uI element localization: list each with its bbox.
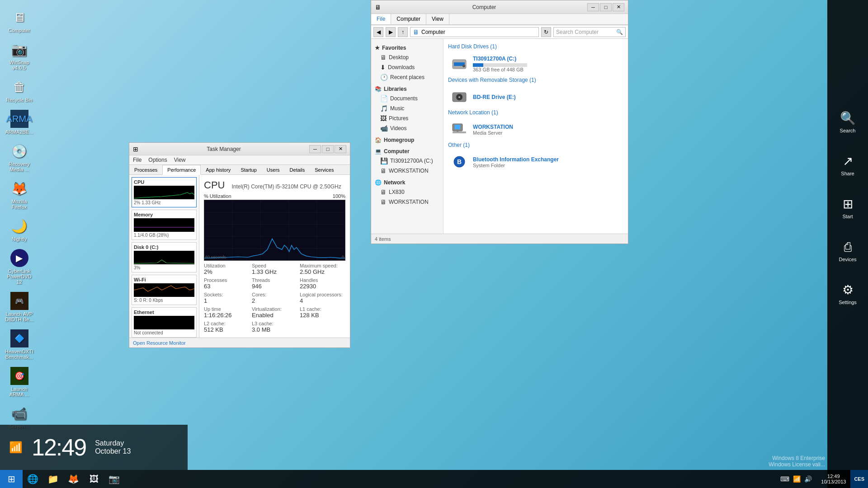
workstation-name: WORKSTATION (473, 124, 621, 130)
tm-minimize-button[interactable]: ─ (309, 145, 321, 153)
taskbar-clock[interactable]: 12:49 10/13/2013 (816, 474, 850, 484)
tm-wifi-item[interactable]: Wi-Fi S: 0 R: 0 Kbps (132, 275, 197, 305)
network-section-title[interactable]: Network Location (1) (448, 109, 623, 116)
charm-settings[interactable]: ⚙ Settings (830, 273, 866, 314)
tm-maximize-button[interactable]: □ (322, 145, 334, 153)
nav-item-downloads[interactable]: ⬇ Downloads (371, 62, 443, 72)
removable-section-title[interactable]: Devices with Removable Storage (1) (448, 77, 623, 83)
hdd-section-title[interactable]: Hard Disk Drives (1) (448, 43, 623, 50)
taskbar-capture[interactable]: 📷 (104, 470, 124, 488)
charm-share[interactable]: ↗ Share (830, 145, 866, 185)
taskbar-explorer[interactable]: 📁 (43, 470, 63, 488)
tm-close-button[interactable]: ✕ (335, 145, 346, 153)
taskbar-ie[interactable]: 🌐 (23, 470, 43, 488)
nav-computer-title[interactable]: 💻 Computer (371, 147, 443, 156)
taskbar-firefox[interactable]: 🦊 (63, 470, 84, 488)
tab-app-history[interactable]: App history (201, 165, 236, 174)
desktop-icon-recovery-media[interactable]: 💿 RecoveryMedia ... (2, 138, 36, 176)
network-tray-icon[interactable]: 📶 (793, 475, 801, 483)
bdre-item[interactable]: BD-RE Drive (E:) (448, 87, 623, 107)
address-path[interactable]: 🖥 Computer (410, 27, 539, 37)
charm-devices[interactable]: ⎙ Devices (830, 230, 866, 271)
ribbon-tab-file[interactable]: File (371, 14, 391, 24)
tab-performance[interactable]: Performance (162, 165, 201, 175)
back-button[interactable]: ◀ (373, 27, 383, 37)
task-manager-bottom[interactable]: Open Resource Monitor (129, 338, 350, 347)
nav-libraries-title[interactable]: 📚 Libraries (371, 84, 443, 94)
c-drive-detail: 363 GB free of 448 GB (473, 67, 621, 72)
nav-network-title[interactable]: 🌐 Network (371, 178, 443, 187)
desktop-icon-winsnap-label: WinSnapv4.0.5 (9, 60, 29, 70)
ribbon-tab-view[interactable]: View (426, 14, 449, 24)
tm-memory-item[interactable]: Memory 1.1/4.0 GB (28%) (132, 210, 197, 240)
nav-favorites: ★ Favorites 🖥 Desktop ⬇ Downloads 🕐 Rece… (371, 43, 443, 82)
workstation-item[interactable]: WORKSTATION Media Server (448, 119, 623, 140)
nav-item-videos[interactable]: 📹 Videos (371, 123, 443, 133)
sound-tray-icon[interactable]: 🔊 (804, 475, 812, 483)
search-box[interactable]: Search Computer 🔍 (553, 27, 626, 37)
desktop-icon-firefox-label: MozillaFirefox (11, 199, 27, 210)
tab-startup[interactable]: Startup (236, 165, 261, 174)
nav-item-workstation-net[interactable]: 🖥 WORKSTATION (371, 197, 443, 207)
tab-processes[interactable]: Processes (129, 165, 162, 174)
tab-users[interactable]: Users (262, 165, 285, 174)
nav-item-desktop[interactable]: 🖥 Desktop (371, 52, 443, 62)
maximize-button[interactable]: □ (600, 3, 612, 11)
tm-speed-label: Speed (252, 263, 297, 268)
nav-item-lx830[interactable]: 🖥 LX830 (371, 187, 443, 197)
charm-devices-label: Devices (839, 257, 856, 262)
ribbon-tab-computer[interactable]: Computer (391, 14, 426, 24)
desktop-icon-heaven[interactable]: 🔷 HeavenDXTIBenchmak... (2, 326, 36, 363)
desktop-icon-arma2[interactable]: ARMA ARMA2BE... (2, 106, 36, 138)
desktop-icon-cyberlink[interactable]: ▶ CyberLinkPowerDVD 12 (2, 245, 36, 288)
nav-item-pictures[interactable]: 🖼 Pictures (371, 113, 443, 123)
ces-badge[interactable]: CES (850, 470, 868, 488)
tm-logical-value: 4 (300, 297, 345, 304)
desktop-icon-launcharma[interactable]: 🎯 LaunchARMA ... (2, 363, 36, 401)
desktop-icon-firefox[interactable]: 🦊 MozillaFirefox (2, 176, 36, 213)
nav-item-recent[interactable]: 🕐 Recent places (371, 72, 443, 82)
up-button[interactable]: ↑ (398, 27, 408, 37)
svg-point-2 (462, 65, 465, 67)
tm-menu-view[interactable]: View (174, 157, 186, 163)
desktop-icon-winsnap[interactable]: 📷 WinSnapv4.0.5 (2, 37, 36, 74)
tm-window-controls: ─ □ ✕ (309, 145, 346, 153)
documents-nav-icon: 📄 (380, 95, 388, 102)
nav-favorites-title[interactable]: ★ Favorites (371, 43, 443, 52)
task-manager-tabs: Processes Performance App history Startu… (129, 165, 350, 175)
tm-ethernet-graph (134, 316, 194, 329)
other-section-title[interactable]: Other (1) (448, 142, 623, 148)
nav-homegroup-title[interactable]: 🏠 Homegroup (371, 136, 443, 145)
start-button[interactable]: ⊞ (0, 470, 23, 488)
minimize-button[interactable]: ─ (587, 3, 599, 11)
desktop-icon-nightly[interactable]: 🌙 Nightly (2, 213, 36, 245)
tm-ethernet-item[interactable]: Ethernet Not connected (132, 307, 197, 338)
tm-stat-virtualization: Virtualization: Enabled (252, 306, 297, 319)
tm-menu-file[interactable]: File (133, 157, 142, 163)
desktop-icon-recycle-bin[interactable]: 🗑 Recycle Bin (2, 74, 36, 106)
win8-line2: Windows License vali... (769, 461, 825, 468)
close-button[interactable]: ✕ (613, 3, 624, 11)
refresh-button[interactable]: ↻ (541, 27, 551, 37)
tab-services[interactable]: Services (310, 165, 339, 174)
nav-item-c-drive[interactable]: 💾 TI30912700A (C:) (371, 156, 443, 166)
tm-disk-item[interactable]: Disk 0 (C:) 3% (132, 242, 197, 272)
nav-item-music[interactable]: 🎵 Music (371, 103, 443, 113)
nav-item-documents[interactable]: 📄 Documents (371, 94, 443, 103)
desktop-icon-launchavp[interactable]: 🎮 Launch AVPD8DTH Be... (2, 288, 36, 326)
forward-button[interactable]: ▶ (386, 27, 396, 37)
tab-details[interactable]: Details (285, 165, 310, 174)
taskbar-photos[interactable]: 🖼 (84, 470, 104, 488)
c-drive-bar (473, 63, 483, 67)
charm-start[interactable]: ⊞ Start (830, 188, 866, 228)
tm-menu-options[interactable]: Options (148, 157, 167, 163)
keyboard-tray-icon[interactable]: ⌨ (780, 475, 789, 483)
charm-search[interactable]: 🔍 Search (830, 102, 866, 142)
nav-item-workstation[interactable]: 🖥 WORKSTATION (371, 166, 443, 176)
open-resource-monitor-link[interactable]: Open Resource Monitor (133, 340, 186, 346)
desktop-icon-launcharma-label: LaunchARMA ... (9, 386, 29, 397)
desktop-icon-computer[interactable]: 🖥 Computer (2, 5, 36, 37)
c-drive-item[interactable]: TI30912700A (C:) 363 GB free of 448 GB (448, 53, 623, 75)
bluetooth-item[interactable]: B Bluetooth Information Exchanger System… (448, 152, 623, 172)
tm-cpu-item[interactable]: CPU 2% 1.33 GHz (132, 177, 197, 207)
